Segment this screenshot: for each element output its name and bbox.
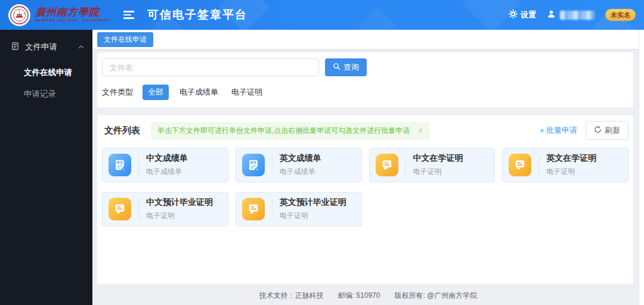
file-card-cn-transcript[interactable]: 中文 中文成绩单 电子成绩单 — [102, 148, 228, 182]
divider — [272, 199, 273, 219]
transcript-icon: 中文 — [242, 154, 265, 176]
page-title: 可信电子签章平台 — [147, 7, 247, 23]
file-card-title: 英文在学证明 — [546, 153, 596, 164]
filename-input[interactable] — [102, 58, 319, 76]
menu-toggle-icon[interactable] — [123, 11, 134, 18]
file-card-type: 电子证明 — [280, 211, 346, 221]
scrollbar-track[interactable] — [639, 30, 644, 305]
settings-label: 设置 — [521, 10, 536, 20]
file-card-title: 英文预计毕业证明 — [280, 197, 346, 208]
sidebar-group-file-apply[interactable]: 文件申请 — [0, 35, 92, 60]
close-icon[interactable]: × — [418, 126, 423, 135]
gear-icon — [509, 10, 518, 20]
sidebar-item-online-apply[interactable]: 文件在线申请 — [0, 62, 92, 83]
refresh-icon — [594, 126, 602, 135]
header-decoration — [358, 7, 397, 30]
chevron-up-icon — [78, 45, 84, 49]
sidebar-group-label: 文件申请 — [25, 42, 57, 52]
file-card-title: 中文成绩单 — [146, 153, 188, 164]
realname-status-badge[interactable]: 未实名 — [605, 9, 636, 21]
footer-postcode: 邮编: 510970 — [338, 291, 380, 301]
file-list-title: 文件列表 — [104, 125, 140, 136]
settings-button[interactable]: 设置 — [509, 10, 536, 20]
main-area: 文件在线申请 查询 — [92, 30, 644, 305]
file-list-panel: 文件列表 单击下方文件即可进行单份文件申请,点击右侧批量申请可勾选文件进行批量申… — [97, 115, 633, 284]
certificate-icon — [509, 154, 531, 176]
sidebar: 文件申请 文件在线申请 申请记录 — [0, 30, 92, 305]
search-panel: 查询 文件类型 全部 电子成绩单 电子证明 — [97, 52, 633, 107]
file-card-title: 中文在学证明 — [413, 153, 463, 164]
transcript-icon: 中文 — [109, 154, 131, 176]
batch-apply-label: 批量申请 — [546, 125, 577, 136]
file-card-type: 电子成绩单 — [280, 167, 321, 177]
sidebar-item-apply-records[interactable]: 申请记录 — [0, 83, 92, 105]
footer-support: 技术支持：正脉科技 — [259, 291, 324, 301]
user-icon — [547, 10, 556, 20]
username-redacted — [560, 11, 595, 20]
filter-option-certificate[interactable]: 电子证明 — [231, 87, 262, 98]
file-card-cn-expected-graduation[interactable]: 中文预计毕业证明 电子证明 — [102, 192, 228, 226]
refresh-button[interactable]: 刷新 — [586, 121, 628, 140]
file-card-title: 中文预计毕业证明 — [146, 197, 213, 208]
school-logo: 廣州南方學院 NANFANG COLLEGE · GUANGZHOU — [8, 4, 110, 26]
school-seal-icon — [8, 4, 30, 26]
document-icon — [11, 42, 20, 53]
divider — [138, 199, 139, 219]
query-button-label: 查询 — [343, 62, 359, 73]
notice-text: 单击下方文件即可进行单份文件申请,点击右侧批量申请可勾选文件进行批量申请 — [157, 126, 410, 136]
footer-copyright: 版权所有: @广州南方学院 — [394, 291, 477, 301]
file-card-en-transcript[interactable]: 中文 英文成绩单 电子成绩单 — [236, 148, 362, 182]
file-card-cn-enrollment[interactable]: 中文在学证明 电子证明 — [369, 148, 496, 182]
school-name: 廣州南方學院 — [35, 7, 110, 17]
plus-icon: + — [540, 126, 544, 135]
file-card-title: 英文成绩单 — [280, 153, 321, 164]
batch-apply-button[interactable]: + 批量申请 — [540, 125, 577, 136]
content: 查询 文件类型 全部 电子成绩单 电子证明 文件列表 单击下方文件即可进行单份文… — [92, 49, 644, 287]
file-card-en-expected-graduation[interactable]: 英文预计毕业证明 电子证明 — [236, 192, 362, 226]
filter-label: 文件类型 — [102, 87, 133, 98]
notice-alert: 单击下方文件即可进行单份文件申请,点击右侧批量申请可勾选文件进行批量申请 × — [151, 122, 430, 139]
school-subtitle: NANFANG COLLEGE · GUANGZHOU — [35, 19, 110, 23]
user-account[interactable] — [547, 10, 595, 20]
tab-online-apply[interactable]: 文件在线申请 — [97, 32, 153, 47]
filter-option-transcript[interactable]: 电子成绩单 — [179, 87, 218, 98]
search-icon — [333, 63, 340, 72]
file-card-en-enrollment[interactable]: 英文在学证明 电子证明 — [502, 148, 628, 182]
file-card-type: 电子成绩单 — [146, 167, 188, 177]
page-footer: 技术支持：正脉科技 邮编: 510970 版权所有: @广州南方学院 — [92, 287, 644, 305]
file-card-grid: 中文 中文成绩单 电子成绩单 — [102, 148, 628, 226]
top-header: 廣州南方學院 NANFANG COLLEGE · GUANGZHOU 可信电子签… — [0, 0, 644, 30]
refresh-label: 刷新 — [605, 125, 620, 136]
divider — [405, 155, 406, 175]
divider — [272, 155, 273, 175]
file-card-type: 电子证明 — [546, 167, 596, 177]
certificate-icon — [109, 198, 131, 220]
svg-text:中文: 中文 — [250, 161, 257, 164]
app-window: 廣州南方學院 NANFANG COLLEGE · GUANGZHOU 可信电子签… — [0, 0, 644, 305]
filter-option-all[interactable]: 全部 — [143, 85, 169, 100]
tab-bar: 文件在线申请 — [92, 30, 644, 49]
certificate-icon — [242, 198, 265, 220]
certificate-icon — [376, 154, 398, 176]
svg-text:中文: 中文 — [117, 161, 124, 164]
file-card-type: 电子证明 — [413, 167, 463, 177]
file-card-type: 电子证明 — [146, 211, 213, 221]
divider — [138, 155, 139, 175]
query-button[interactable]: 查询 — [325, 58, 367, 76]
divider — [538, 155, 539, 175]
